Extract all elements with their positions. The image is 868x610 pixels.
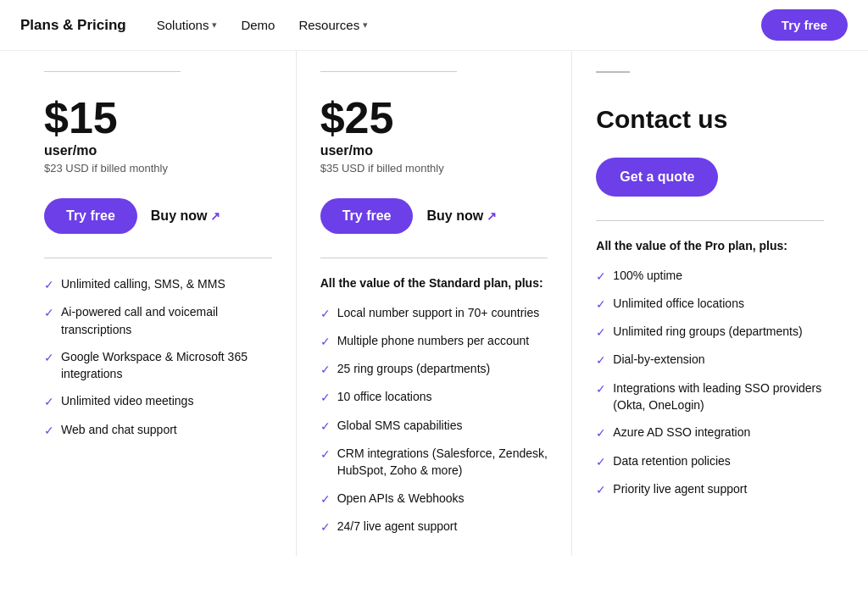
arrow-icon: ↗ <box>487 209 497 223</box>
nav-logo[interactable]: Plans & Pricing <box>20 17 126 34</box>
check-icon: ✓ <box>596 424 606 441</box>
chevron-down-icon: ▾ <box>212 19 217 30</box>
list-item: ✓ Priority live agent support <box>596 480 824 498</box>
list-item: ✓ Dial-by-extension <box>596 351 824 369</box>
nav-resources[interactable]: Resources ▾ <box>298 18 368 32</box>
list-item: ✓ Unlimited ring groups (departments) <box>596 323 824 341</box>
plan-cta-row: Try free Buy now ↗ <box>320 198 548 234</box>
section-divider <box>596 220 824 221</box>
plans-container: $15 user/mo $23 USD if billed monthly Tr… <box>0 51 868 556</box>
list-item: ✓ 10 office locations <box>320 388 548 406</box>
check-icon: ✓ <box>596 453 606 470</box>
plan-intro: All the value of the Pro plan, plus: <box>596 238 824 255</box>
check-icon: ✓ <box>596 380 606 397</box>
list-item: ✓ Integrations with leading SSO provider… <box>596 380 824 414</box>
section-divider <box>320 258 548 258</box>
plan-intro: All the value of the Standard plan, plus… <box>320 275 548 292</box>
plan-price: $15 <box>44 96 272 140</box>
top-divider <box>320 71 457 72</box>
list-item: ✓ Unlimited calling, SMS, & MMS <box>44 275 272 293</box>
list-item: ✓ Data retention policies <box>596 452 824 470</box>
enterprise-get-quote-button[interactable]: Get a quote <box>596 158 718 197</box>
check-icon: ✓ <box>320 361 331 378</box>
arrow-icon: ↗ <box>210 209 220 223</box>
standard-try-free-button[interactable]: Try free <box>44 198 137 234</box>
list-item: ✓ Open APIs & Webhooks <box>320 490 548 507</box>
list-item: ✓ 24/7 live agent support <box>320 518 548 535</box>
list-item: ✓ CRM integrations (Salesforce, Zendesk,… <box>320 445 548 480</box>
chevron-down-icon: ▾ <box>363 19 368 30</box>
list-item: ✓ Web and chat support <box>44 421 272 439</box>
plan-price: $25 <box>320 96 548 140</box>
enterprise-feature-list: ✓ 100% uptime ✓ Unlimited office locatio… <box>596 267 824 499</box>
check-icon: ✓ <box>44 349 54 366</box>
check-icon: ✓ <box>44 422 54 439</box>
check-icon: ✓ <box>596 324 606 341</box>
list-item: ✓ Global SMS capabilities <box>320 417 548 435</box>
check-icon: ✓ <box>320 518 331 535</box>
list-item: ✓ Local number support in 70+ countries <box>320 304 548 322</box>
list-item: ✓ Google Workspace & Microsoft 365 integ… <box>44 348 272 383</box>
plan-cta-row: Get a quote <box>596 158 824 197</box>
contact-label: Contact us <box>596 97 824 134</box>
check-icon: ✓ <box>44 276 54 293</box>
pro-try-free-button[interactable]: Try free <box>320 198 414 234</box>
check-icon: ✓ <box>596 296 606 313</box>
list-item: ✓ Unlimited office locations <box>596 295 824 313</box>
plan-cta-row: Try free Buy now ↗ <box>44 198 272 234</box>
list-item: ✓ Unlimited video meetings <box>44 392 272 410</box>
plan-pro: $25 user/mo $35 USD if billed monthly Tr… <box>297 51 573 556</box>
nav-links: Solutions ▾ Demo Resources ▾ <box>157 18 761 32</box>
top-divider <box>44 71 181 72</box>
list-item: ✓ 100% uptime <box>596 267 824 285</box>
section-divider <box>44 258 272 258</box>
plan-price-alt: $23 USD if billed monthly <box>44 162 272 175</box>
plan-standard: $15 user/mo $23 USD if billed monthly Tr… <box>20 51 297 556</box>
list-item: ✓ Multiple phone numbers per account <box>320 332 548 350</box>
check-icon: ✓ <box>596 268 606 285</box>
list-item: ✓ 25 ring groups (departments) <box>320 360 548 378</box>
check-icon: ✓ <box>320 305 331 322</box>
standard-buy-now-button[interactable]: Buy now ↗ <box>151 208 221 224</box>
check-icon: ✓ <box>596 481 606 498</box>
check-icon: ✓ <box>44 304 54 321</box>
nav-try-free-button[interactable]: Try free <box>761 9 848 41</box>
list-item: ✓ Azure AD SSO integration <box>596 424 824 441</box>
check-icon: ✓ <box>320 491 331 507</box>
check-icon: ✓ <box>320 446 331 463</box>
check-icon: ✓ <box>320 333 331 350</box>
check-icon: ✓ <box>320 418 331 435</box>
check-icon: ✓ <box>320 389 331 406</box>
nav-demo[interactable]: Demo <box>241 18 275 32</box>
standard-feature-list: ✓ Unlimited calling, SMS, & MMS ✓ Ai-pow… <box>44 275 272 439</box>
navigation: Plans & Pricing Solutions ▾ Demo Resourc… <box>0 0 868 51</box>
plan-price-unit: user/mo <box>320 143 548 158</box>
pro-feature-list: ✓ Local number support in 70+ countries … <box>320 304 548 536</box>
plan-enterprise: Contact us Get a quote All the value of … <box>572 51 848 556</box>
plan-price-unit: user/mo <box>44 143 272 158</box>
pro-buy-now-button[interactable]: Buy now ↗ <box>426 208 497 224</box>
check-icon: ✓ <box>44 393 54 410</box>
nav-solutions[interactable]: Solutions ▾ <box>157 18 218 32</box>
list-item: ✓ Ai-powered call and voicemail transcri… <box>44 303 272 338</box>
check-icon: ✓ <box>596 352 606 369</box>
plan-price-alt: $35 USD if billed monthly <box>320 162 548 175</box>
top-divider-short <box>596 71 630 73</box>
